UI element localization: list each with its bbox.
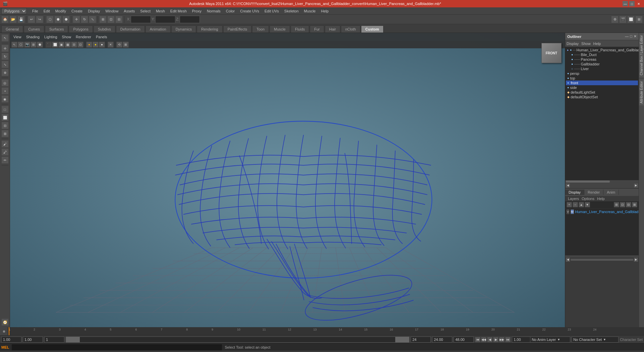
menu-mesh[interactable]: Mesh bbox=[153, 8, 168, 14]
anim-end-field[interactable]: 24.00 bbox=[432, 337, 452, 343]
tab-deformation[interactable]: Deformation bbox=[116, 26, 145, 33]
outliner-help-menu[interactable]: Help bbox=[593, 42, 601, 46]
menu-assets[interactable]: Assets bbox=[121, 8, 137, 14]
tab-animation[interactable]: Animation bbox=[145, 26, 171, 33]
tb-snap3[interactable]: ⊟ bbox=[115, 16, 123, 23]
menu-help[interactable]: Help bbox=[318, 8, 331, 14]
vt-icon-shade4[interactable]: ▩ bbox=[65, 42, 71, 48]
menu-proxy[interactable]: Proxy bbox=[189, 8, 204, 14]
input-field-2[interactable]: 1 bbox=[44, 337, 64, 343]
menu-create[interactable]: Create bbox=[69, 8, 85, 14]
outliner-show-menu[interactable]: Show bbox=[581, 42, 591, 46]
tool-navigate[interactable]: 🧭 bbox=[1, 318, 9, 326]
tool-paint-blend[interactable]: ✏ bbox=[1, 156, 9, 164]
rb-tab-render[interactable]: Render bbox=[584, 190, 603, 195]
tool-rotate[interactable]: ↻ bbox=[1, 53, 9, 60]
tb-undo[interactable]: ↩ bbox=[28, 16, 35, 23]
menu-normals[interactable]: Normals bbox=[204, 8, 223, 14]
pb-prev[interactable]: ◀ bbox=[487, 337, 492, 342]
menu-select[interactable]: Select bbox=[137, 8, 153, 14]
menu-modify[interactable]: Modify bbox=[53, 8, 69, 14]
tool-scale[interactable]: ⤡ bbox=[1, 61, 9, 68]
tool-append[interactable]: ⬜ bbox=[1, 114, 9, 121]
viewport[interactable]: View Shading Lighting Show Renderer Pane… bbox=[10, 33, 565, 327]
view-cube-front[interactable]: FRONT bbox=[541, 43, 562, 63]
tb-persp[interactable]: ⬜ bbox=[627, 16, 635, 23]
layer-move-up[interactable]: ▲ bbox=[579, 202, 584, 207]
vt-icon-light3[interactable]: ● bbox=[99, 42, 105, 48]
channel-box-tab[interactable]: Channel Box / Layer Editor bbox=[639, 33, 644, 78]
layer-scroll-left[interactable]: ◀ bbox=[566, 258, 570, 262]
input-field-1[interactable]: 1.00 bbox=[23, 337, 43, 343]
anim-end-field2[interactable]: 48.00 bbox=[454, 337, 474, 343]
tool-paint-vtx[interactable]: 🖌 bbox=[1, 140, 9, 148]
outliner-item-top[interactable]: ● top bbox=[566, 76, 638, 81]
layer-move-down[interactable]: ▼ bbox=[585, 202, 590, 207]
menu-editmesh[interactable]: Edit Mesh bbox=[168, 8, 189, 14]
char-set-field[interactable]: No Character Set ▼ bbox=[572, 337, 619, 343]
tb-snap1[interactable]: ⊞ bbox=[99, 16, 107, 23]
tab-toon[interactable]: Toon bbox=[252, 26, 269, 33]
tool-move[interactable]: ✛ bbox=[1, 45, 9, 52]
menu-window[interactable]: Window bbox=[103, 8, 121, 14]
tool-select[interactable]: ↖ bbox=[1, 34, 9, 42]
tab-rendering[interactable]: Rendering bbox=[197, 26, 223, 33]
layer-btn3[interactable]: ⊟ bbox=[626, 202, 631, 207]
pb-prev-key[interactable]: ◀◀ bbox=[481, 337, 486, 342]
outliner-item-pancreas[interactable]: ● —— Pancreas bbox=[566, 57, 638, 62]
outliner-item-side[interactable]: ● side bbox=[566, 85, 638, 90]
vt-icon-cam2[interactable]: ⊠ bbox=[123, 42, 129, 48]
tb-render2[interactable]: 🎬 bbox=[619, 16, 627, 23]
pb-first[interactable]: ⏮ bbox=[475, 337, 480, 342]
menu-edituvs[interactable]: Edit UVs bbox=[262, 8, 282, 14]
tb-z-field[interactable] bbox=[180, 16, 200, 23]
tb-x-field[interactable] bbox=[131, 16, 151, 23]
timeline-auto-key[interactable]: ⏺ bbox=[0, 327, 8, 335]
range-end-field[interactable]: 24 bbox=[411, 337, 431, 343]
vt-icon-light1[interactable]: ● bbox=[86, 42, 92, 48]
vt-icon-shade1[interactable]: ⬛ bbox=[46, 42, 52, 48]
tb-move[interactable]: ✛ bbox=[73, 16, 80, 23]
tb-home[interactable]: 🏠 bbox=[1, 16, 9, 23]
layers-opt-help[interactable]: Help bbox=[597, 197, 605, 201]
vt-icon-shade3[interactable]: ▣ bbox=[58, 42, 64, 48]
layer-type-icon[interactable]: M bbox=[571, 209, 574, 214]
vt-renderer[interactable]: Renderer bbox=[74, 35, 93, 39]
tb-select[interactable]: ⬡ bbox=[46, 16, 54, 23]
menu-createuvs[interactable]: Create UVs bbox=[237, 8, 262, 14]
outliner-item-liver[interactable]: ○ —— Liver bbox=[566, 66, 638, 71]
layer-item-liver[interactable]: V M Human_Liver_Pancreas_and_Gallblad bbox=[565, 209, 639, 215]
tab-dynamics[interactable]: Dynamics bbox=[171, 26, 196, 33]
outliner-item-lightset[interactable]: ◆ defaultLightSet bbox=[566, 90, 638, 95]
layer-visibility[interactable]: V bbox=[567, 209, 569, 214]
maximize-button[interactable]: □ bbox=[629, 1, 635, 6]
outliner-item-objectset[interactable]: ◆ defaultObjectSet bbox=[566, 95, 638, 99]
rb-tab-display[interactable]: Display bbox=[565, 190, 584, 195]
tab-polygons[interactable]: Polygons bbox=[69, 26, 93, 33]
tb-paint[interactable]: ⬣ bbox=[62, 16, 70, 23]
tb-rotate[interactable]: ↻ bbox=[81, 16, 88, 23]
tool-soft[interactable]: ◎ bbox=[1, 79, 9, 87]
tb-y-field[interactable] bbox=[155, 16, 175, 23]
vt-icon-shade6[interactable]: ⊡ bbox=[77, 42, 83, 48]
tb-scale[interactable]: ⤡ bbox=[89, 16, 96, 23]
vt-icon-iso[interactable]: ⟲ bbox=[116, 42, 122, 48]
vt-icon-xray[interactable]: ✕ bbox=[108, 42, 114, 48]
tab-fluids[interactable]: Fluids bbox=[291, 26, 309, 33]
vt-icon-select[interactable]: ↖ bbox=[11, 42, 17, 48]
menu-file[interactable]: File bbox=[30, 8, 41, 14]
vt-shading[interactable]: Shading bbox=[24, 35, 42, 39]
vt-show[interactable]: Show bbox=[60, 35, 73, 39]
tool-sculpt[interactable]: ⚬ bbox=[1, 87, 9, 95]
pb-next[interactable]: ▶▶ bbox=[499, 337, 505, 342]
tab-custom[interactable]: Custom bbox=[361, 26, 384, 33]
vt-icon-shade2[interactable]: ⬜ bbox=[52, 42, 58, 48]
outliner-hscroll[interactable] bbox=[565, 180, 639, 183]
current-time-field[interactable]: 1.00 bbox=[1, 337, 21, 343]
tab-muscle[interactable]: Muscle bbox=[270, 26, 290, 33]
layers-opt-layers[interactable]: Layers bbox=[568, 197, 579, 201]
view-cube[interactable]: FRONT bbox=[541, 43, 562, 63]
layer-btn2[interactable]: ⊡ bbox=[620, 202, 625, 207]
vt-lighting[interactable]: Lighting bbox=[42, 35, 59, 39]
tb-save[interactable]: 💾 bbox=[17, 16, 25, 23]
